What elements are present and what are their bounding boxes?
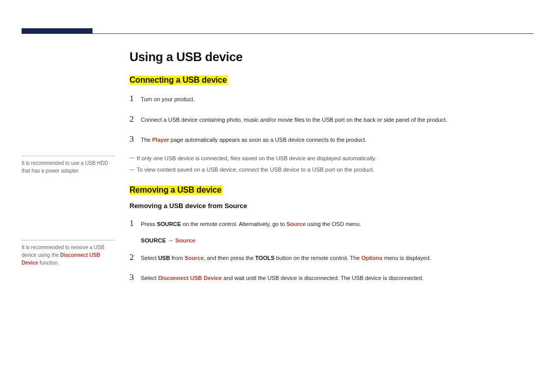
t-bold: USB	[158, 255, 170, 261]
step-item: 1 Turn on your product.	[130, 92, 533, 105]
step-text: Select USB from Source, and then press t…	[141, 254, 533, 263]
step-text: Connect a USB device containing photo, m…	[141, 116, 533, 124]
t: , and then press the	[203, 255, 255, 261]
step-post: page automatically appears as soon as a …	[169, 137, 366, 143]
step-number: 3	[130, 133, 141, 146]
step-item: 1 Press SOURCE on the remote control. Al…	[130, 217, 533, 230]
navigation-path: SOURCE → Source	[141, 237, 533, 244]
t-accent: Source	[287, 221, 306, 227]
section-heading-connecting: Connecting a USB device	[130, 76, 533, 85]
t-accent: Disconnect USB Device	[158, 275, 222, 281]
nav-bold: SOURCE	[141, 237, 166, 244]
t: menu is displayed.	[382, 255, 431, 261]
sidebar-rule	[22, 156, 115, 156]
subsection-heading: Removing a USB device from Source	[130, 202, 533, 210]
step-item: 2 Connect a USB device containing photo,…	[130, 113, 533, 126]
t: using the OSD menu.	[306, 221, 361, 227]
nav-accent: Source	[175, 237, 195, 244]
t: and wait until the USB device is disconn…	[222, 275, 423, 281]
page-title: Using a USB device	[130, 50, 533, 64]
heading-highlight: Removing a USB device	[130, 185, 223, 195]
step-item: 3 The Player page automatically appears …	[130, 133, 533, 146]
step-pre: The	[141, 137, 152, 143]
heading-highlight: Connecting a USB device	[130, 76, 228, 85]
step-number: 3	[130, 271, 141, 284]
step-item: 3 Select Disconnect USB Device and wait …	[130, 271, 533, 284]
sidebar-rule	[22, 240, 115, 240]
main-content: Using a USB device Connecting a USB devi…	[130, 50, 533, 291]
sidebar-note2-post: function.	[38, 260, 59, 266]
t: button on the remote control. The	[274, 255, 361, 261]
step-number: 2	[130, 113, 141, 126]
step-text: Select Disconnect USB Device and wait un…	[141, 274, 533, 283]
sidebar-note-2: It is recommended to remove a USB device…	[22, 240, 115, 267]
dash-icon	[130, 170, 135, 170]
section-heading-removing: Removing a USB device	[130, 185, 533, 195]
t: Select	[141, 255, 158, 261]
step-text: Press SOURCE on the remote control. Alte…	[141, 220, 533, 229]
sidebar-note-text: It is recommended to remove a USB device…	[22, 244, 115, 267]
step-number: 1	[130, 92, 141, 105]
note-text: To view content saved on a USB device, c…	[137, 166, 374, 173]
sidebar-note-1: It is recommended to use a USB HDD that …	[22, 156, 115, 175]
t-bold: TOOLS	[255, 255, 275, 261]
top-horizontal-rule	[22, 33, 533, 34]
step-accent: Player	[152, 137, 169, 143]
step-item: 2 Select USB from Source, and then press…	[130, 251, 533, 264]
t-accent: Source	[184, 255, 203, 261]
note-line: To view content saved on a USB device, c…	[130, 164, 533, 175]
arrow-icon: →	[166, 237, 175, 244]
steps-connecting: 1 Turn on your product. 2 Connect a USB …	[130, 92, 533, 146]
t: Select	[141, 275, 158, 281]
step-number: 1	[130, 217, 141, 230]
step-text: The Player page automatically appears as…	[141, 136, 533, 144]
chapter-tab-marker	[22, 28, 92, 33]
dash-icon	[130, 158, 135, 158]
t: on the remote control. Alternatively, go…	[181, 221, 286, 227]
t-bold: SOURCE	[157, 221, 181, 227]
note-line: If only one USB device is connected, fil…	[130, 153, 533, 164]
t-accent: Options	[361, 255, 383, 261]
note-text: If only one USB device is connected, fil…	[137, 155, 376, 161]
step-number: 2	[130, 251, 141, 264]
t: Press	[141, 221, 157, 227]
step-text: Turn on your product.	[141, 95, 533, 104]
sidebar-note-text: It is recommended to use a USB HDD that …	[22, 159, 115, 175]
t: from	[170, 255, 184, 261]
